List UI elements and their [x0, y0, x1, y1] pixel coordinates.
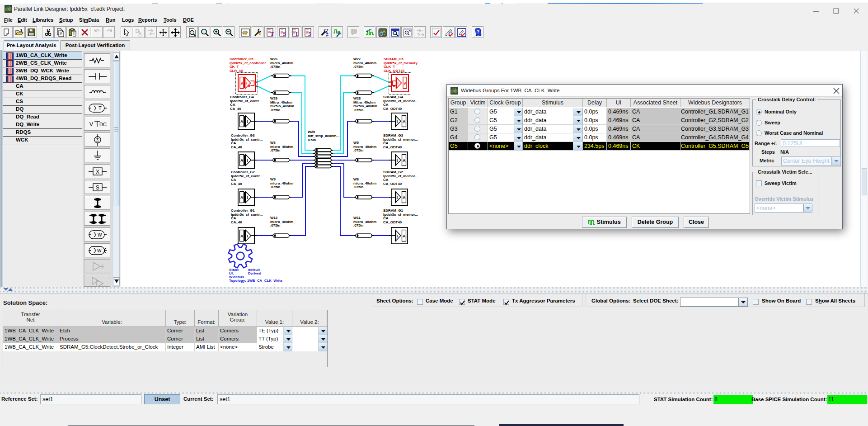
svg-text:A: A	[241, 81, 244, 86]
svg-text:CA_ODT40: CA_ODT40	[383, 182, 402, 186]
svg-text:A: A	[404, 81, 407, 86]
svg-text:CA_40: CA_40	[231, 182, 242, 186]
svg-text:5: 5	[308, 30, 311, 37]
svg-text:.075in: .075in	[353, 185, 364, 189]
svg-text:S: S	[96, 185, 99, 191]
svg-text:.075in: .075in	[353, 223, 364, 227]
svg-text:CA_ODT40: CA_ODT40	[383, 220, 402, 224]
svg-text:T: T	[99, 105, 102, 111]
svg-text:lpddr5x_cf_memor...: lpddr5x_cf_memor...	[383, 137, 418, 142]
svg-text:lpddr5x_cf_memor...: lpddr5x_cf_memor...	[383, 99, 418, 103]
svg-text:?: ?	[477, 29, 479, 34]
svg-text:CLR_40: CLR_40	[230, 69, 243, 73]
svg-text:CA_40: CA_40	[230, 107, 241, 111]
svg-text:DC: DC	[99, 122, 107, 127]
svg-text:.075in: .075in	[270, 148, 281, 152]
svg-text:I: I	[246, 81, 248, 85]
svg-text:1WB_CA_CLK_Write: 1WB_CA_CLK_Write	[247, 279, 283, 283]
svg-text:.075in: .075in	[353, 108, 364, 112]
svg-text:lpddr5x_cf_memor...: lpddr5x_cf_memor...	[383, 174, 418, 178]
svg-text:S: S	[283, 30, 286, 37]
svg-text:I: I	[296, 30, 298, 37]
svg-text:W: W	[98, 232, 102, 237]
svg-text:CA_40: CA_40	[231, 220, 242, 224]
svg-text:W25: W25	[308, 130, 315, 134]
svg-text:.075in: .075in	[353, 65, 364, 69]
svg-text:CA_ODT40: CA_ODT40	[383, 107, 402, 111]
svg-text:W: W	[97, 248, 102, 253]
svg-text:.075in: .075in	[270, 185, 281, 189]
svg-text:CA_40: CA_40	[231, 145, 242, 149]
svg-text:CLK_ODT40: CLK_ODT40	[384, 69, 405, 73]
svg-text:X: X	[96, 169, 99, 175]
svg-text:.075in: .075in	[270, 223, 281, 227]
svg-text:T: T	[270, 30, 274, 37]
svg-text:.075in: .075in	[353, 148, 364, 152]
svg-text:.075in: .075in	[270, 108, 281, 112]
svg-text:lpddr5x_cf_memor...: lpddr5x_cf_memor...	[383, 213, 418, 217]
svg-text:diff_strip_80ohm...: diff_strip_80ohm...	[308, 134, 339, 138]
svg-text:.075in: .075in	[270, 65, 281, 69]
svg-text:Derived: Derived	[248, 271, 261, 275]
svg-text:0.5in: 0.5in	[308, 138, 316, 142]
svg-text:V: V	[89, 121, 93, 128]
svg-text:CA_ODT40: CA_ODT40	[383, 145, 402, 149]
svg-text:I: I	[398, 81, 399, 85]
svg-text:Topology:: Topology:	[229, 279, 246, 283]
